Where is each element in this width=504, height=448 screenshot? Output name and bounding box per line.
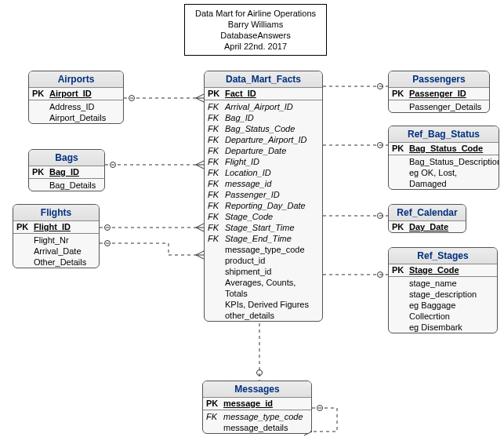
table-row: Airport_Details: [29, 112, 123, 123]
key-indicator: FK: [208, 211, 225, 222]
key-indicator: FK: [206, 411, 223, 422]
table-row: FKStage_Code: [205, 211, 322, 222]
table-row: PKStage_Code: [389, 264, 497, 275]
column-name: Other_Details: [34, 257, 96, 268]
column-name: Stage_End_Time: [225, 233, 319, 244]
entity-body: PKmessage_idFKmessage_type_codemessage_d…: [203, 398, 311, 433]
title-line-2: Barry Williams: [185, 19, 326, 30]
column-name: Stage_Code: [409, 264, 494, 275]
column-name: Bag_ID: [225, 112, 319, 123]
key-indicator: [392, 289, 409, 300]
entity-data-mart-facts: Data_Mart_Facts PKFact_IDFKArrival_Airpo…: [204, 71, 323, 322]
column-name: Arrival_Airport_ID: [225, 101, 319, 112]
column-name: Address_ID: [49, 101, 120, 112]
key-indicator: [392, 300, 409, 322]
column-name: Flight_ID: [225, 156, 319, 167]
column-name: Departure_Date: [225, 145, 319, 156]
column-name: other_details: [225, 310, 319, 321]
svg-point-13: [129, 96, 135, 101]
column-name: Flight_ID: [34, 221, 96, 232]
key-indicator: FK: [208, 222, 225, 233]
column-name: Location_ID: [225, 167, 319, 178]
column-name: Bag_Status_Description: [409, 156, 499, 167]
key-indicator: FK: [208, 178, 225, 189]
entity-ref-stages: Ref_Stages PKStage_Codestage_namestage_d…: [388, 247, 498, 333]
column-name: message_details: [223, 422, 308, 433]
entity-body: PKStage_Codestage_namestage_descriptione…: [389, 264, 497, 333]
table-row: FKPassenger_ID: [205, 189, 322, 200]
svg-point-23: [378, 84, 383, 89]
key-indicator: FK: [208, 156, 225, 167]
column-name: Reporting_Day_Date: [225, 200, 319, 211]
key-indicator: [16, 257, 34, 268]
key-indicator: [392, 156, 409, 167]
key-indicator: [32, 112, 49, 123]
title-box: Data Mart for Airline Operations Barry W…: [184, 4, 327, 56]
entity-body: PKFact_IDFKArrival_Airport_IDFKBag_IDFKB…: [205, 88, 322, 321]
column-name: Bag_ID: [49, 166, 101, 177]
table-row: message_type_code: [205, 244, 322, 255]
entity-ref-bag-status: Ref_Bag_Status PKBag_Status_CodeBag_Stat…: [388, 126, 499, 190]
key-indicator: [392, 101, 409, 112]
key-indicator: [208, 255, 225, 266]
key-indicator: FK: [208, 189, 225, 200]
column-name: message_type_code: [223, 411, 308, 422]
key-indicator: FK: [208, 112, 225, 123]
key-indicator: [208, 277, 225, 299]
key-indicator: [208, 244, 225, 255]
column-name: message_type_code: [225, 244, 319, 255]
table-row: eg Disembark: [389, 322, 497, 333]
table-row: stage_name: [389, 278, 497, 289]
entity-body: PKBag_IDBag_Details: [29, 166, 104, 191]
entity-messages: Messages PKmessage_idFKmessage_type_code…: [202, 381, 312, 434]
key-indicator: FK: [208, 167, 225, 178]
entity-header: Ref_Bag_Status: [389, 126, 499, 143]
column-name: Fact_ID: [225, 88, 319, 99]
svg-point-21: [105, 241, 111, 246]
table-row: shipment_id: [205, 266, 322, 277]
key-indicator: PK: [32, 88, 49, 99]
key-indicator: [208, 310, 225, 321]
key-indicator: [208, 266, 225, 277]
entity-body: PKAirport_IDAddress_IDAirport_Details: [29, 88, 123, 123]
key-indicator: PK: [16, 221, 34, 232]
entity-header: Data_Mart_Facts: [205, 71, 322, 88]
table-row: PKBag_Status_Code: [389, 143, 499, 154]
table-row: eg OK, Lost, Damaged: [389, 167, 499, 189]
table-row: FKDeparture_Airport_ID: [205, 134, 322, 145]
key-indicator: PK: [206, 398, 223, 409]
key-indicator: PK: [392, 221, 409, 232]
key-indicator: FK: [208, 233, 225, 244]
table-row: FKFlight_ID: [205, 156, 322, 167]
table-row: Other_Details: [13, 257, 99, 268]
column-name: Departure_Airport_ID: [225, 134, 319, 145]
table-row: PKFlight_ID: [13, 221, 99, 232]
key-indicator: PK: [392, 143, 409, 154]
table-row: message_details: [203, 422, 311, 433]
title-line-3: DatabaseAnswers: [185, 30, 326, 41]
title-line-4: April 22nd. 2017: [185, 41, 326, 52]
table-row: FKLocation_ID: [205, 167, 322, 178]
entity-airports: Airports PKAirport_IDAddress_IDAirport_D…: [28, 71, 124, 124]
column-name: stage_name: [409, 278, 494, 289]
column-name: Arrival_Date: [34, 246, 96, 257]
key-indicator: [392, 278, 409, 289]
column-name: KPIs, Derived Figures: [225, 299, 319, 310]
table-row: FKmessage_id: [205, 178, 322, 189]
svg-point-32: [317, 406, 323, 411]
column-name: Bag_Status_Code: [409, 143, 495, 154]
table-row: product_id: [205, 255, 322, 266]
table-row: stage_description: [389, 289, 497, 300]
key-indicator: [32, 101, 49, 112]
table-row: FKStage_End_Time: [205, 233, 322, 244]
entity-header: Messages: [203, 381, 311, 398]
column-name: stage_description: [409, 289, 494, 300]
column-name: eg Baggage Collecrtion: [409, 300, 494, 322]
table-row: FKBag_Status_Code: [205, 123, 322, 134]
svg-point-17: [105, 225, 111, 231]
entity-body: PKDay_Date: [389, 221, 466, 232]
column-name: Averages, Counts, Totals: [225, 277, 319, 299]
key-indicator: FK: [208, 145, 225, 156]
entity-body: PKFlight_IDFlight_NrArrival_DateOther_De…: [13, 221, 99, 268]
svg-point-31: [257, 370, 263, 376]
